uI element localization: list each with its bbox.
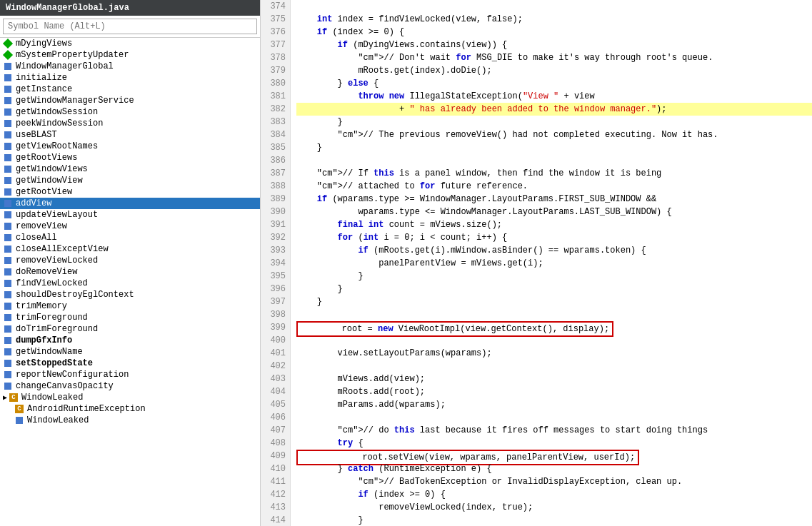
- symbol-item-getWindowSession[interactable]: getWindowSession: [0, 106, 260, 118]
- symbol-item-getWindowName[interactable]: getWindowName: [0, 346, 260, 358]
- symbol-label-doTrimForeground: doTrimForeground: [16, 324, 98, 334]
- symbol-icon-blue-rect: [3, 244, 13, 254]
- symbol-label-doRemoveView: doRemoveView: [16, 267, 77, 277]
- symbol-label-setStoppedState: setStoppedState: [16, 358, 93, 368]
- symbol-label-closeAllExceptView: closeAllExceptView: [16, 244, 109, 254]
- symbol-label-trimMemory: trimMemory: [16, 301, 67, 311]
- symbol-label-reportNewConfiguration: reportNewConfiguration: [16, 370, 129, 380]
- symbol-item-doTrimForeground[interactable]: doTrimForeground: [0, 323, 260, 335]
- code-line-386: [296, 154, 812, 167]
- code-line-404: mRoots.add(root);: [296, 385, 812, 398]
- symbol-label-WindowManagerGlobal: WindowManagerGlobal: [16, 61, 114, 71]
- symbol-icon-blue-rect: [3, 176, 13, 186]
- line-num-385: 385: [261, 141, 290, 154]
- code-line-389: if (wparams.type >= WindowManager.Layout…: [296, 193, 812, 206]
- line-num-414: 414: [261, 514, 290, 526]
- symbol-item-findViewLocked[interactable]: findViewLocked: [0, 278, 260, 289]
- symbol-icon-blue-rect: [3, 301, 13, 311]
- symbol-item-changeCanvasOpacity[interactable]: changeCanvasOpacity: [0, 380, 260, 392]
- symbol-label-updateViewLayout: updateViewLayout: [16, 210, 98, 220]
- symbol-icon-blue-rect: [3, 381, 13, 391]
- symbol-label-mDyingViews: mDyingViews: [16, 39, 72, 49]
- symbol-item-WindowLeaked2[interactable]: WindowLeaked: [0, 415, 260, 426]
- symbol-item-closeAll[interactable]: closeAll: [0, 232, 260, 243]
- line-num-412: 412: [261, 488, 290, 501]
- search-box[interactable]: [0, 16, 260, 38]
- line-num-379: 379: [261, 64, 290, 77]
- symbol-item-getRootViews[interactable]: getRootViews: [0, 152, 260, 163]
- line-num-388: 388: [261, 180, 290, 193]
- line-num-413: 413: [261, 501, 290, 514]
- line-num-384: 384: [261, 128, 290, 141]
- line-num-409: 409: [261, 450, 290, 462]
- code-line-414: }: [296, 514, 812, 526]
- line-num-393: 393: [261, 244, 290, 257]
- code-line-411: "cm">// BadTokenException or InvalidDisp…: [296, 475, 812, 488]
- symbol-item-WindowManagerGlobal[interactable]: WindowManagerGlobal: [0, 61, 260, 72]
- line-num-397: 397: [261, 295, 290, 308]
- line-num-403: 403: [261, 373, 290, 385]
- symbol-item-dumpGfxInfo[interactable]: dumpGfxInfo: [0, 335, 260, 346]
- code-line-406: [296, 411, 812, 424]
- symbol-label-getViewRootNames: getViewRootNames: [16, 141, 98, 151]
- line-num-383: 383: [261, 116, 290, 128]
- code-line-413: removeViewLocked(index, true);: [296, 501, 812, 514]
- symbol-item-mSystemPropertyUpdater[interactable]: mSystemPropertyUpdater: [0, 49, 260, 61]
- symbol-item-reportNewConfiguration[interactable]: reportNewConfiguration: [0, 369, 260, 380]
- symbol-label-addView: addView: [16, 198, 51, 208]
- symbol-icon-blue-rect: [3, 221, 13, 231]
- symbol-item-trimMemory[interactable]: trimMemory: [0, 300, 260, 312]
- code-line-393: if (mRoots.get(i).mWindow.asBinder() == …: [296, 244, 812, 257]
- line-num-406: 406: [261, 411, 290, 424]
- symbol-icon-green-diamond: [3, 39, 13, 49]
- line-num-390: 390: [261, 206, 290, 218]
- symbol-item-trimForeground[interactable]: trimForeground: [0, 312, 260, 323]
- symbol-item-useBLAST[interactable]: useBLAST: [0, 129, 260, 141]
- code-line-378: "cm">// Don't wait for MSG_DIE to make i…: [296, 51, 812, 64]
- symbol-label-dumpGfxInfo: dumpGfxInfo: [16, 335, 72, 345]
- line-num-400: 400: [261, 334, 290, 347]
- symbol-item-getRootView[interactable]: getRootView: [0, 186, 260, 198]
- symbol-label-removeViewLocked: removeViewLocked: [16, 256, 98, 265]
- line-num-404: 404: [261, 385, 290, 398]
- code-line-375: int index = findViewLocked(view, false);: [296, 13, 812, 26]
- code-panel[interactable]: 3743753763773783793803813823833843853863…: [261, 0, 812, 526]
- symbol-label-getWindowViews: getWindowViews: [16, 164, 88, 174]
- line-num-396: 396: [261, 283, 290, 295]
- symbol-icon-blue-rect: [3, 358, 13, 368]
- line-num-378: 378: [261, 51, 290, 64]
- section-header-WindowLeaked[interactable]: ▶CWindowLeaked: [0, 392, 260, 403]
- symbol-icon-class-c: C: [14, 404, 24, 414]
- symbol-item-addView[interactable]: addView: [0, 198, 260, 209]
- symbol-item-mDyingViews[interactable]: mDyingViews: [0, 38, 260, 49]
- symbol-item-initialize[interactable]: initialize: [0, 72, 260, 84]
- line-num-401: 401: [261, 347, 290, 360]
- symbol-icon-green-diamond: [3, 50, 13, 60]
- code-line-388: "cm">// attached to for future reference…: [296, 180, 812, 193]
- symbol-item-AndroidRuntimeException[interactable]: CAndroidRuntimeException: [0, 403, 260, 415]
- symbol-icon-blue-rect: [3, 210, 13, 220]
- symbol-item-updateViewLayout[interactable]: updateViewLayout: [0, 209, 260, 221]
- line-num-395: 395: [261, 270, 290, 283]
- code-line-405: mParams.add(wparams);: [296, 398, 812, 411]
- search-input[interactable]: [3, 19, 257, 34]
- symbol-item-getWindowViews[interactable]: getWindowViews: [0, 163, 260, 175]
- symbol-item-removeViewLocked[interactable]: removeViewLocked: [0, 255, 260, 266]
- symbol-item-getWindowView[interactable]: getWindowView: [0, 175, 260, 186]
- symbol-item-setStoppedState[interactable]: setStoppedState: [0, 358, 260, 369]
- symbol-label-WindowLeaked: WindowLeaked: [21, 393, 83, 403]
- symbol-item-doRemoveView[interactable]: doRemoveView: [0, 266, 260, 278]
- symbol-item-getWindowManagerService[interactable]: getWindowManagerService: [0, 95, 260, 106]
- symbol-item-closeAllExceptView[interactable]: closeAllExceptView: [0, 243, 260, 255]
- symbol-icon-blue-rect: [3, 256, 13, 265]
- collapse-icon: ▶: [3, 393, 7, 402]
- symbol-item-removeView[interactable]: removeView: [0, 221, 260, 232]
- line-numbers: 3743753763773783793803813823833843853863…: [261, 0, 291, 526]
- symbol-item-shouldDestroyEglContext[interactable]: shouldDestroyEglContext: [0, 289, 260, 300]
- symbol-item-getInstance[interactable]: getInstance: [0, 84, 260, 95]
- symbol-icon-blue-rect: [3, 130, 13, 140]
- code-line-387: "cm">// If this is a panel window, then …: [296, 167, 812, 180]
- symbol-item-peekWindowSession[interactable]: peekWindowSession: [0, 118, 260, 129]
- symbol-item-getViewRootNames[interactable]: getViewRootNames: [0, 141, 260, 152]
- line-num-394: 394: [261, 257, 290, 270]
